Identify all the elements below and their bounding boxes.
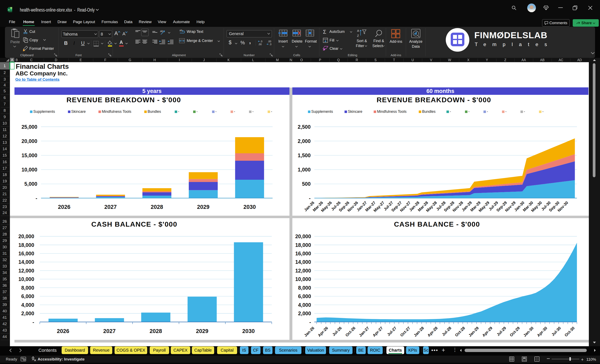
svg-text:Mindfulness Tools: Mindfulness Tools: [377, 109, 406, 114]
svg-text:6,000: 6,000: [21, 293, 34, 299]
svg-text:2,000: 2,000: [298, 138, 310, 144]
svg-text:-: -: [524, 109, 525, 114]
svg-text:ab: ab: [160, 29, 163, 33]
svg-text:-: -: [234, 109, 235, 114]
svg-text:10,000: 10,000: [295, 276, 311, 282]
svg-text:Supplements: Supplements: [311, 109, 333, 114]
svg-text:-: -: [505, 109, 506, 114]
svg-text:500: 500: [302, 181, 310, 187]
svg-text:2028: 2028: [150, 328, 162, 334]
svg-text:Skincare: Skincare: [348, 109, 362, 114]
svg-text:Oct-28: Oct-28: [454, 326, 466, 337]
svg-text:1,500: 1,500: [298, 153, 310, 158]
svg-text:Oct-29: Oct-29: [509, 326, 521, 337]
svg-text:16,000: 16,000: [19, 251, 34, 256]
svg-text:2,500: 2,500: [298, 124, 310, 130]
svg-text:Jan-26: Jan-26: [303, 326, 315, 337]
svg-text:6,000: 6,000: [298, 293, 311, 299]
svg-text:Oct-30: Oct-30: [564, 326, 575, 337]
svg-text:Jan-27: Jan-27: [358, 326, 370, 337]
svg-text:14,000: 14,000: [19, 259, 34, 265]
svg-text:-: -: [487, 109, 488, 114]
svg-text:15,000: 15,000: [21, 153, 37, 158]
svg-text:Apr-26: Apr-26: [317, 326, 329, 337]
svg-text:x: x: [8, 9, 10, 11]
svg-text:-: -: [197, 109, 198, 114]
svg-text:Jan-30: Jan-30: [523, 326, 534, 337]
svg-text:12,000: 12,000: [19, 268, 34, 273]
svg-text:-: -: [271, 109, 272, 114]
svg-text:ab: ab: [179, 29, 182, 32]
svg-text:1,000: 1,000: [298, 167, 310, 173]
svg-text:Mindfulness Tools: Mindfulness Tools: [102, 109, 131, 114]
svg-text:2,000: 2,000: [21, 310, 34, 316]
svg-text:Jan-29: Jan-29: [468, 326, 479, 337]
svg-text:-: -: [215, 109, 216, 114]
svg-text:A: A: [357, 29, 359, 32]
svg-text:25,000: 25,000: [21, 124, 37, 130]
svg-text:Apr-28: Apr-28: [427, 326, 438, 337]
svg-text:5,000: 5,000: [24, 181, 37, 187]
svg-text:Jul-29: Jul-29: [496, 326, 507, 337]
svg-text:12,000: 12,000: [295, 268, 311, 273]
svg-text:Jan-28: Jan-28: [413, 326, 425, 337]
svg-text:.00: .00: [258, 43, 262, 46]
svg-text:Oct-26: Oct-26: [345, 326, 356, 337]
svg-text:10,000: 10,000: [19, 276, 34, 282]
svg-text:.0: .0: [269, 43, 272, 46]
svg-text:-: -: [309, 195, 310, 201]
svg-text:Bundles: Bundles: [422, 109, 435, 114]
svg-text:REVENUE BREAKDOWN - $'000: REVENUE BREAKDOWN - $'000: [376, 96, 491, 104]
svg-text:2,000: 2,000: [298, 310, 311, 316]
svg-text:16,000: 16,000: [295, 251, 311, 256]
svg-text:8,000: 8,000: [298, 285, 311, 291]
svg-text:-: -: [450, 109, 451, 114]
svg-text:Apr-29: Apr-29: [481, 326, 493, 337]
svg-text:20,000: 20,000: [21, 138, 37, 144]
svg-text:2030: 2030: [243, 204, 256, 210]
svg-text:Z: Z: [357, 34, 359, 37]
svg-text:8,000: 8,000: [21, 285, 34, 291]
svg-text:2029: 2029: [197, 204, 209, 210]
svg-text:4,000: 4,000: [21, 302, 34, 308]
svg-text:Jul-26: Jul-26: [331, 326, 343, 337]
svg-text:14,000: 14,000: [295, 259, 311, 265]
svg-text:10,000: 10,000: [21, 167, 37, 173]
svg-text:-: -: [309, 319, 311, 325]
svg-text:Skincare: Skincare: [71, 109, 86, 114]
svg-text:Jul-30: Jul-30: [551, 326, 562, 337]
svg-text:2030: 2030: [242, 328, 254, 334]
svg-text:2028: 2028: [150, 204, 163, 210]
svg-text:Apr-27: Apr-27: [372, 326, 384, 337]
svg-text:-: -: [252, 109, 253, 114]
svg-text:-: -: [32, 319, 34, 325]
svg-text:Oct-27: Oct-27: [399, 326, 411, 337]
svg-text:2027: 2027: [103, 328, 116, 334]
svg-text:-: -: [178, 109, 179, 114]
svg-text:18,000: 18,000: [19, 242, 34, 248]
svg-text:2026: 2026: [58, 204, 70, 210]
svg-text:Apr-30: Apr-30: [536, 326, 548, 337]
svg-text:2027: 2027: [104, 204, 117, 210]
svg-text:20,000: 20,000: [19, 233, 34, 239]
svg-text:4,000: 4,000: [298, 302, 311, 308]
svg-text:REVENUE BREAKDOWN - $'000: REVENUE BREAKDOWN - $'000: [66, 96, 181, 104]
svg-text:18,000: 18,000: [295, 242, 311, 248]
svg-text:2029: 2029: [196, 328, 208, 334]
svg-text:-: -: [468, 109, 469, 114]
svg-text:Bundles: Bundles: [147, 109, 161, 114]
svg-text:20,000: 20,000: [295, 233, 311, 239]
svg-text:.00: .00: [268, 40, 271, 43]
svg-text:Jul-28: Jul-28: [441, 326, 452, 337]
svg-text:CASH BALANCE - $'000: CASH BALANCE - $'000: [91, 220, 177, 228]
svg-text:-: -: [36, 195, 37, 201]
svg-text:Supplements: Supplements: [33, 109, 55, 114]
svg-text:2026: 2026: [57, 328, 69, 334]
svg-text:.0: .0: [260, 40, 262, 43]
svg-text:Jul-27: Jul-27: [386, 326, 397, 337]
svg-text:-: -: [542, 109, 543, 114]
svg-text:CASH BALANCE - $'000: CASH BALANCE - $'000: [394, 220, 480, 228]
